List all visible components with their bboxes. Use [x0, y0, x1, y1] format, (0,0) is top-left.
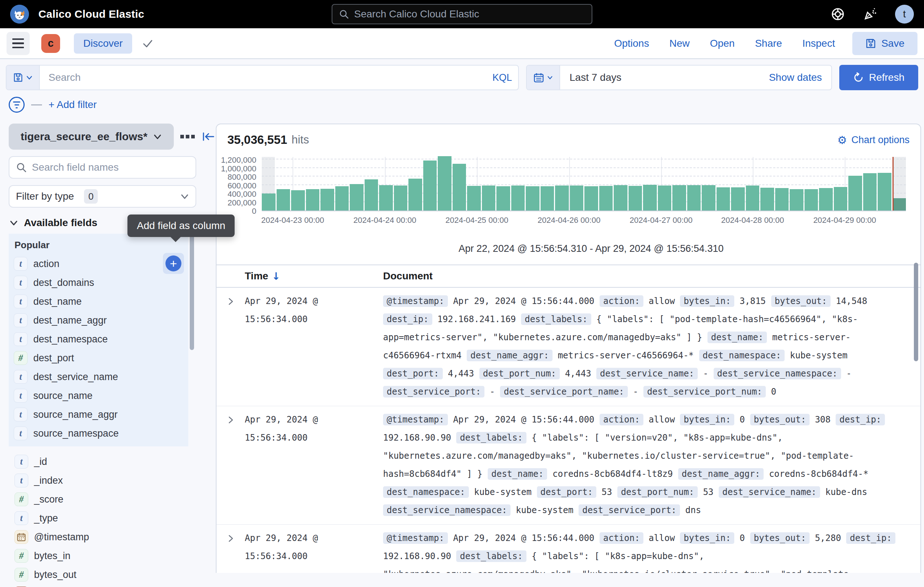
- refresh-button[interactable]: Refresh: [839, 65, 918, 90]
- user-avatar[interactable]: t: [895, 5, 914, 23]
- sidebar-scrollbar[interactable]: [190, 234, 194, 350]
- menu-icon[interactable]: [7, 32, 30, 55]
- table-scrollbar[interactable]: [914, 263, 918, 361]
- field-item-bytes_out[interactable]: #bytes_out: [9, 565, 216, 584]
- histogram-bar[interactable]: [893, 198, 906, 210]
- field-search-input[interactable]: [32, 162, 189, 173]
- field-item-dest_namespace[interactable]: tdest_namespace: [9, 330, 188, 349]
- histogram-bar[interactable]: [658, 185, 672, 210]
- filter-set-icon[interactable]: [9, 97, 25, 113]
- histogram-bar[interactable]: [878, 173, 891, 210]
- collapse-sidebar-icon[interactable]: [201, 131, 216, 143]
- histogram-bar[interactable]: [277, 189, 290, 210]
- filter-by-type[interactable]: Filter by type 0: [9, 185, 196, 208]
- histogram-bar[interactable]: [702, 185, 716, 210]
- add-filter-button[interactable]: + Add filter: [48, 99, 97, 111]
- expand-row-button[interactable]: [216, 292, 245, 401]
- histogram-bar[interactable]: [629, 186, 642, 210]
- field-item-@timestamp[interactable]: @timestamp: [9, 527, 216, 546]
- histogram-bar[interactable]: [291, 190, 305, 210]
- field-display-options-icon[interactable]: [180, 135, 195, 139]
- histogram-bar[interactable]: [423, 160, 437, 210]
- histogram-bar[interactable]: [482, 185, 496, 210]
- time-range-value[interactable]: Last 7 days: [560, 66, 760, 89]
- field-item-dest_domains[interactable]: tdest_domains: [9, 273, 188, 292]
- field-item-action[interactable]: taction+: [9, 255, 188, 273]
- histogram-bar[interactable]: [379, 185, 393, 210]
- field-item-_type[interactable]: t_type: [9, 509, 216, 527]
- chart-options-button[interactable]: ⚙ Chart options: [837, 134, 910, 146]
- histogram-bar[interactable]: [526, 186, 540, 210]
- histogram-bar[interactable]: [746, 185, 760, 210]
- histogram-bar[interactable]: [306, 189, 320, 210]
- kql-language-button[interactable]: KQL: [486, 66, 518, 89]
- field-item-_score[interactable]: #_score: [9, 490, 216, 509]
- histogram-bar[interactable]: [599, 186, 613, 210]
- histogram-bar[interactable]: [775, 188, 789, 210]
- histogram-bar[interactable]: [438, 156, 452, 210]
- save-button[interactable]: Save: [852, 32, 917, 55]
- calico-cat-logo-icon[interactable]: [10, 5, 29, 23]
- histogram-bar[interactable]: [570, 185, 584, 210]
- histogram-bar[interactable]: [320, 189, 334, 210]
- breadcrumb[interactable]: Discover: [74, 33, 132, 54]
- histogram-bar[interactable]: [643, 185, 657, 210]
- field-item-_id[interactable]: t_id: [9, 452, 216, 471]
- field-item-dest_name_aggr[interactable]: tdest_name_aggr: [9, 311, 188, 330]
- histogram-bar[interactable]: [819, 188, 833, 210]
- histogram-bar[interactable]: [350, 184, 363, 210]
- histogram-bar[interactable]: [511, 185, 525, 210]
- histogram-bar[interactable]: [452, 164, 466, 210]
- histogram-bar[interactable]: [262, 193, 276, 210]
- space-badge[interactable]: c: [41, 34, 60, 53]
- field-item-source_name_aggr[interactable]: tsource_name_aggr: [9, 405, 188, 424]
- field-item-bytes_in[interactable]: #bytes_in: [9, 546, 216, 565]
- histogram-bar[interactable]: [394, 185, 408, 210]
- add-field-as-column-button[interactable]: +: [163, 253, 184, 274]
- histogram-bar[interactable]: [805, 189, 818, 210]
- global-search-input[interactable]: [354, 8, 585, 20]
- saved-query-menu-button[interactable]: [7, 66, 40, 89]
- toolbar-link-open[interactable]: Open: [710, 38, 735, 49]
- index-pattern-selector[interactable]: tigera_secure_ee_flows*: [9, 124, 174, 150]
- histogram-bar[interactable]: [687, 185, 701, 210]
- histogram-bar[interactable]: [761, 188, 774, 210]
- histogram-bar[interactable]: [790, 189, 804, 210]
- histogram-bar[interactable]: [848, 176, 862, 210]
- histogram-bar[interactable]: [408, 179, 422, 210]
- histogram-bar[interactable]: [555, 185, 569, 210]
- histogram-bar[interactable]: [672, 185, 686, 210]
- histogram-bar[interactable]: [863, 173, 877, 210]
- field-item-dest_service_name[interactable]: tdest_service_name: [9, 367, 188, 386]
- help-icon[interactable]: [831, 7, 845, 21]
- toolbar-link-share[interactable]: Share: [755, 38, 782, 49]
- histogram-bar[interactable]: [731, 187, 745, 210]
- calendar-icon[interactable]: [527, 66, 560, 89]
- show-dates-button[interactable]: Show dates: [760, 66, 831, 89]
- whats-new-icon[interactable]: [863, 7, 878, 22]
- histogram-bar[interactable]: [497, 186, 510, 210]
- query-input[interactable]: [40, 66, 486, 89]
- global-search[interactable]: [332, 4, 592, 24]
- histogram-bar[interactable]: [541, 186, 554, 210]
- field-item-source_namespace[interactable]: tsource_namespace: [9, 424, 188, 443]
- toolbar-link-new[interactable]: New: [670, 38, 690, 49]
- histogram-bar[interactable]: [365, 179, 378, 210]
- expand-row-button[interactable]: [216, 410, 245, 519]
- histogram-plot-area[interactable]: [262, 157, 906, 211]
- histogram-bar[interactable]: [716, 187, 730, 210]
- histogram-bar[interactable]: [335, 186, 349, 210]
- field-item-dest_name[interactable]: tdest_name: [9, 292, 188, 311]
- field-item-_index[interactable]: t_index: [9, 471, 216, 490]
- time-column-header[interactable]: Time ↓: [245, 270, 383, 282]
- toolbar-link-options[interactable]: Options: [614, 38, 649, 49]
- field-item-source_name[interactable]: tsource_name: [9, 386, 188, 405]
- toolbar-link-inspect[interactable]: Inspect: [802, 38, 835, 49]
- histogram-bar[interactable]: [467, 186, 481, 210]
- field-item-dest_port[interactable]: #dest_port: [9, 349, 188, 367]
- histogram-bar[interactable]: [834, 187, 848, 210]
- histogram-bar[interactable]: [614, 185, 627, 210]
- expand-row-button[interactable]: [216, 529, 245, 573]
- field-item-dest_ip[interactable]: IPdest_ip: [9, 584, 216, 587]
- histogram-bar[interactable]: [584, 186, 598, 210]
